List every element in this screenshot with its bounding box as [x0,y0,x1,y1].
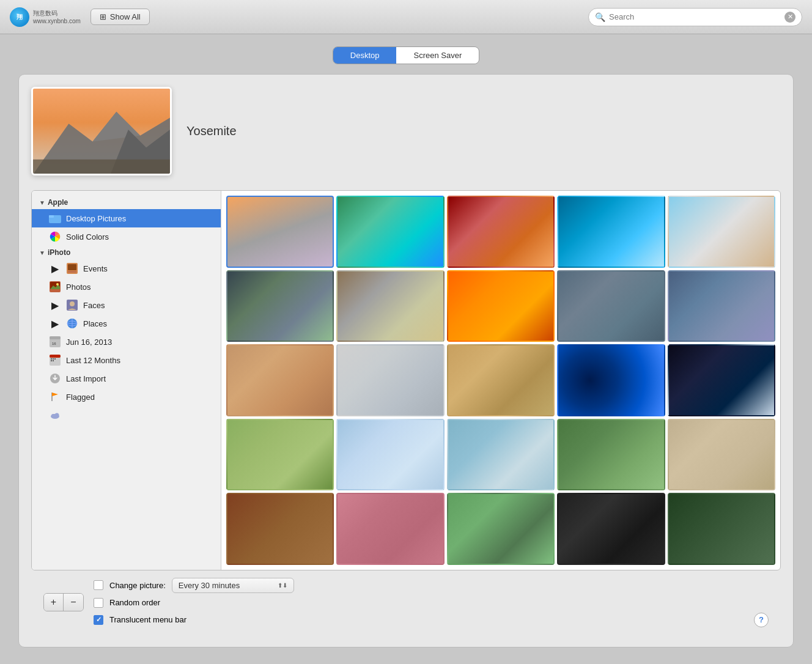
search-bar[interactable]: 🔍 ✕ [588,8,802,26]
desktop-pictures-label: Desktop Pictures [66,214,126,223]
flagged-icon [49,391,61,403]
photos-label: Photos [66,282,90,292]
sidebar-item-last12[interactable]: Last 12 Months [32,351,221,369]
sidebar-item-photos[interactable]: Photos [32,278,221,296]
change-picture-dropdown[interactable]: Every 30 minutes ⬆⬇ [172,578,294,593]
show-all-label: Show All [110,12,141,21]
svg-point-14 [56,283,59,286]
grid-cell-19[interactable] [668,419,775,491]
sidebar-item-places[interactable]: ▶ Places [32,314,221,333]
grid-cell-13[interactable] [557,344,665,416]
grid-cell-7[interactable] [447,270,555,342]
sidebar-item-faces[interactable]: ▶ Faces [32,296,221,314]
photos-icon [49,281,61,293]
faces-expand-icon: ▶ [49,299,61,311]
svg-point-34 [55,413,59,418]
svg-rect-30 [53,360,54,361]
search-input[interactable] [609,12,781,21]
search-icon: 🔍 [595,12,605,22]
add-button[interactable]: + [44,594,64,611]
sidebar-item-flagged[interactable]: Flagged [32,388,221,406]
grid-cell-20[interactable] [226,493,334,565]
logo-area: 翔 翔意数码www.xynbnb.com [10,7,81,27]
translucent-menu-label: Translucent menu bar [109,615,186,624]
grid-cell-16[interactable] [336,419,444,491]
iphoto-section-label: iPhoto [48,248,70,257]
add-remove-buttons: + − [43,593,84,611]
svg-point-33 [51,414,55,418]
search-clear-button[interactable]: ✕ [784,12,795,23]
sidebar-item-desktop-pictures[interactable]: Desktop Pictures [32,209,221,227]
show-all-button[interactable]: ⊞ Show All [90,9,150,25]
svg-rect-29 [51,360,52,361]
top-bar: 翔 翔意数码www.xynbnb.com ⊞ Show All 🔍 ✕ [0,0,812,34]
last-import-label: Last Import [66,374,106,383]
grid-cell-4[interactable] [668,196,775,268]
wallpaper-grid [221,191,780,570]
tab-desktop[interactable]: Desktop [333,47,397,64]
svg-text:16: 16 [52,342,56,345]
icloud-icon [49,409,61,421]
change-picture-value: Every 30 minutes [179,581,240,590]
grid-cell-17[interactable] [447,419,555,491]
translucent-menu-checkbox[interactable] [94,615,103,625]
grid-cell-18[interactable] [557,419,665,491]
sidebar-item-icloud[interactable] [32,406,221,424]
random-order-checkbox[interactable] [94,598,103,608]
grid-cell-9[interactable] [668,270,775,342]
svg-rect-27 [53,358,54,360]
grid-cell-0[interactable] [226,196,334,268]
solid-colors-label: Solid Colors [66,232,109,242]
places-label: Places [83,319,107,328]
sidebar-item-events[interactable]: ▶ Events [32,259,221,278]
apple-section-label: Apple [48,198,68,207]
grid-cell-14[interactable] [668,344,775,416]
grid-cell-24[interactable] [668,493,775,565]
sidebar-item-jun16[interactable]: 16 Jun 16, 2013 [32,333,221,351]
svg-point-16 [70,301,75,306]
grid-cell-6[interactable] [336,270,444,342]
random-order-label: Random order [109,598,160,607]
remove-button[interactable]: − [64,594,83,611]
sidebar-section-apple[interactable]: ▼ Apple [32,196,221,209]
grid-cell-21[interactable] [336,493,444,565]
app-logo: 翔 [10,7,29,27]
last-import-icon [49,372,61,385]
places-icon [66,317,78,330]
grid-cell-12[interactable] [447,344,555,416]
jun16-label: Jun 16, 2013 [66,338,112,347]
grid-cell-3[interactable] [557,196,665,268]
sidebar-item-solid-colors[interactable]: Solid Colors [32,227,221,246]
svg-rect-10 [68,271,76,273]
help-button[interactable]: ? [754,613,769,627]
svg-rect-6 [49,215,54,218]
grid-cell-5[interactable] [226,270,334,342]
preview-image [33,89,170,174]
grid-cell-23[interactable] [557,493,665,565]
logo-text: 翔意数码www.xynbnb.com [33,9,81,24]
tab-group: Desktop Screen Saver [333,46,479,64]
grid-cell-11[interactable] [336,344,444,416]
svg-rect-22 [50,336,61,339]
grid-cell-15[interactable] [226,419,334,491]
grid-cell-1[interactable] [336,196,444,268]
controls-right: Change picture: Every 30 minutes ⬆⬇ Rand… [94,578,769,627]
calendar-icon: 16 [49,336,61,348]
svg-rect-28 [54,358,56,360]
flagged-label: Flagged [66,393,95,402]
sidebar-item-last-import[interactable]: Last Import [32,369,221,388]
grid-cell-8[interactable] [557,270,665,342]
wallpaper-preview[interactable] [31,87,172,175]
faces-label: Faces [83,301,105,310]
grid-cell-10[interactable] [226,344,334,416]
grid-cell-2[interactable] [447,196,555,268]
sidebar-section-iphoto[interactable]: ▼ iPhoto [32,246,221,259]
grid-cell-22[interactable] [447,493,555,565]
places-expand-icon: ▶ [49,317,61,330]
folder-icon [49,212,61,224]
change-picture-checkbox[interactable] [94,580,103,590]
sidebar: ▼ Apple Desktop Pictures [32,191,221,570]
wallpaper-title: Yosemite [186,124,237,138]
events-expand-icon: ▶ [49,262,61,275]
tab-screensaver[interactable]: Screen Saver [396,47,479,64]
